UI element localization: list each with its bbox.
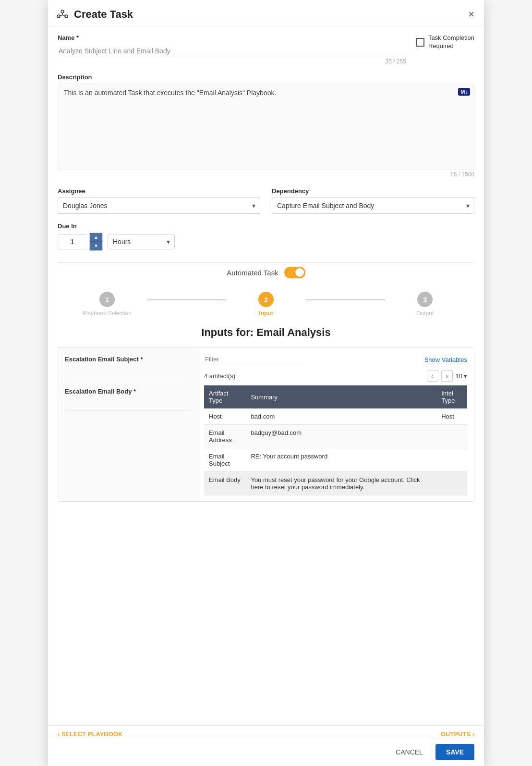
table-row: Email Address badguy@bad.com xyxy=(204,425,467,448)
filter-input[interactable] xyxy=(204,354,300,365)
step-line-1 xyxy=(147,299,227,300)
stepper-up-button[interactable]: ▲ xyxy=(90,233,102,242)
dependency-select[interactable]: Capture Email Subject and Body xyxy=(272,198,474,214)
select-playbook-button[interactable]: ‹ SELECT PLAYBOOK xyxy=(58,730,122,738)
summary-cell: badguy@bad.com xyxy=(246,425,436,448)
modal-body: Name * 35 / 255 Task CompletionRequired … xyxy=(48,26,484,725)
inputs-left: Escalation Email Subject * Escalation Em… xyxy=(58,348,197,501)
modal-title-text: Create Task xyxy=(74,8,133,21)
summary-cell: RE: Your account password xyxy=(246,448,436,472)
page-size: 10 ▾ xyxy=(456,372,467,380)
name-input[interactable] xyxy=(58,44,406,57)
task-completion-checkbox[interactable] xyxy=(416,38,424,47)
dependency-select-wrap: Capture Email Subject and Body ▾ xyxy=(272,198,474,214)
inputs-right: Show Variables 4 artifact(s) ‹ › 10 ▾ xyxy=(197,348,474,501)
assignee-select[interactable]: Douglas Jones xyxy=(58,198,260,214)
step-1-circle[interactable]: 1 xyxy=(99,292,115,307)
artifact-type-cell: Email Subject xyxy=(204,448,246,472)
name-row: Name * 35 / 255 Task CompletionRequired xyxy=(58,34,474,65)
step-2-circle[interactable]: 2 xyxy=(258,292,274,307)
name-char-count: 35 / 255 xyxy=(58,58,406,65)
escalation-email-subject-input[interactable] xyxy=(65,367,190,378)
escalation-email-body-input[interactable] xyxy=(65,399,190,410)
modal-footer: CANCEL SAVE xyxy=(48,738,484,766)
inputs-body: Escalation Email Subject * Escalation Em… xyxy=(58,347,474,502)
outputs-button[interactable]: OUTPUTS › xyxy=(441,730,474,738)
page-size-value: 10 xyxy=(456,372,462,380)
step-2-group: 2 Input xyxy=(226,292,306,317)
step-3-label: Output xyxy=(416,310,434,317)
automated-task-row: Automated Task xyxy=(58,262,474,282)
due-in-row: ▲ ▼ Hours Minutes Days ▾ xyxy=(58,233,474,251)
escalation-email-subject-label: Escalation Email Subject * xyxy=(65,356,190,363)
description-textarea[interactable]: This is an automated Task that executes … xyxy=(64,89,468,161)
assignee-col: Assignee Douglas Jones ▾ xyxy=(58,187,260,214)
due-in-number-input[interactable] xyxy=(58,234,86,249)
inputs-title: Inputs for: Email Analysis xyxy=(58,326,474,339)
summary-cell: bad.com xyxy=(246,408,436,425)
hours-select[interactable]: Hours Minutes Days xyxy=(108,234,175,249)
stepper-down-button[interactable]: ▼ xyxy=(90,242,102,250)
assignee-dependency-row: Assignee Douglas Jones ▾ Dependency Capt… xyxy=(58,187,474,214)
stepper-wrap: ▲ ▼ xyxy=(89,233,103,251)
modal-title: Create Task xyxy=(56,8,133,21)
steps-container: 1 Playbook Selection 2 Input 3 Output xyxy=(67,287,465,321)
create-task-modal: Create Task × Name * 35 / 255 Task Compl… xyxy=(48,0,484,766)
summary-cell: You must reset your password for your Go… xyxy=(246,472,436,495)
markdown-badge[interactable]: M↓ xyxy=(458,88,470,96)
table-row: Email Subject RE: Your account password xyxy=(204,448,467,472)
cancel-button[interactable]: CANCEL xyxy=(389,744,430,760)
step-line-2 xyxy=(306,299,386,300)
description-box: M↓ This is an automated Task that execut… xyxy=(58,84,474,170)
name-field-wrap: Name * 35 / 255 xyxy=(58,34,406,65)
intel-type-cell xyxy=(436,425,467,448)
intel-type-cell xyxy=(436,472,467,495)
step-1-label: Playbook Selection xyxy=(83,310,132,317)
artifact-type-cell: Email Body xyxy=(204,472,246,495)
step-2-label: Input xyxy=(259,310,273,317)
artifact-type-cell: Email Address xyxy=(204,425,246,448)
modal-header: Create Task × xyxy=(48,0,484,26)
due-in-label: Due In xyxy=(58,222,474,230)
show-variables-button[interactable]: Show Variables xyxy=(424,356,467,363)
page-size-dropdown-icon[interactable]: ▾ xyxy=(464,372,467,380)
save-button[interactable]: SAVE xyxy=(435,744,474,760)
dependency-label: Dependency xyxy=(272,187,474,195)
description-char-count: 66 / 1500 xyxy=(58,171,474,178)
artifacts-table: Artifact Type Summary Intel Type Host ba… xyxy=(204,385,467,495)
footer-actions: CANCEL SAVE xyxy=(389,744,474,760)
filter-row: Show Variables xyxy=(204,354,467,365)
table-row: Host bad.com Host xyxy=(204,408,467,425)
dependency-col: Dependency Capture Email Subject and Bod… xyxy=(272,187,474,214)
hours-select-wrap: Hours Minutes Days ▾ xyxy=(108,234,175,249)
task-completion-label: Task CompletionRequired xyxy=(428,34,474,50)
step-3-circle[interactable]: 3 xyxy=(417,292,433,307)
automated-task-label: Automated Task xyxy=(227,269,278,277)
intel-type-cell: Host xyxy=(436,408,467,425)
footer-nav-row: ‹ SELECT PLAYBOOK OUTPUTS › xyxy=(48,725,484,738)
artifacts-table-body: Host bad.com Host Email Address badguy@b… xyxy=(204,408,467,495)
col-header-artifact-type: Artifact Type xyxy=(204,385,246,408)
task-icon xyxy=(56,8,69,21)
artifacts-table-head: Artifact Type Summary Intel Type xyxy=(204,385,467,408)
col-header-summary: Summary xyxy=(246,385,436,408)
artifact-type-cell: Host xyxy=(204,408,246,425)
assignee-select-wrap: Douglas Jones ▾ xyxy=(58,198,260,214)
description-label: Description xyxy=(58,74,474,81)
close-button[interactable]: × xyxy=(468,9,474,20)
assignee-label: Assignee xyxy=(58,187,260,195)
escalation-email-body-label: Escalation Email Body * xyxy=(65,388,190,395)
due-in-section: Due In ▲ ▼ Hours Minutes Days ▾ xyxy=(58,222,474,251)
artifacts-row: 4 artifact(s) ‹ › 10 ▾ xyxy=(204,370,467,382)
next-page-button[interactable]: › xyxy=(441,370,453,382)
intel-type-cell xyxy=(436,448,467,472)
table-row: Email Body You must reset your password … xyxy=(204,472,467,495)
svg-point-0 xyxy=(61,10,64,13)
prev-page-button[interactable]: ‹ xyxy=(427,370,438,382)
col-header-intel-type: Intel Type xyxy=(436,385,467,408)
automated-task-toggle[interactable] xyxy=(284,267,305,278)
name-label: Name * xyxy=(58,34,406,41)
table-header-row: Artifact Type Summary Intel Type xyxy=(204,385,467,408)
step-1-group: 1 Playbook Selection xyxy=(67,292,147,317)
artifacts-count: 4 artifact(s) xyxy=(204,372,235,380)
